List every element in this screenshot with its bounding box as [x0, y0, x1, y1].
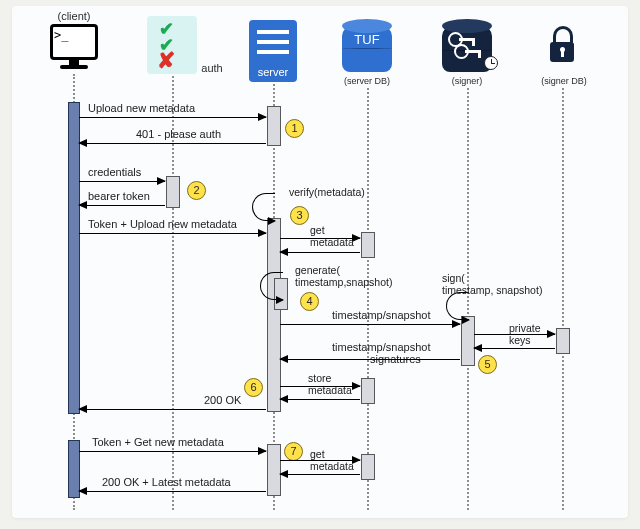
msg-200-1: 200 OK [204, 394, 241, 406]
act-tuf-2 [361, 378, 375, 404]
tuf-sublabel: (server DB) [344, 76, 390, 86]
loop-sign [446, 292, 469, 320]
arrow-bearer [79, 205, 165, 206]
msg-200-latest: 200 OK + Latest metadata [102, 476, 231, 488]
msg-verify: verify(metadata) [289, 186, 365, 198]
arrow-upload [79, 117, 266, 118]
msg-sign-1: sign( [442, 272, 465, 284]
msg-ts-snap: timestamp/snapshot [332, 309, 430, 321]
arrow-privkeys-ret [474, 348, 555, 349]
msg-getmeta-1: get [310, 224, 325, 236]
signer-label: (signer) [452, 76, 483, 86]
msg-generate-1: generate( [295, 264, 340, 276]
client-label: (client) [57, 10, 90, 22]
step-5: 5 [478, 355, 497, 374]
signer-db-label: (signer DB) [541, 76, 587, 86]
msg-token-get: Token + Get new metadata [92, 436, 224, 448]
msg-get2-1: get [310, 448, 325, 460]
msg-getmeta-2: metadata [310, 236, 354, 248]
step-4: 4 [300, 292, 319, 311]
arrow-store-ret [280, 399, 360, 400]
step-6: 6 [244, 378, 263, 397]
msg-upload: Upload new metadata [88, 102, 195, 114]
step-2: 2 [187, 181, 206, 200]
arrow-token-upload [79, 233, 266, 234]
act-tuf-3 [361, 454, 375, 480]
msg-store-1: store [308, 372, 331, 384]
arrow-getmeta2-ret [280, 474, 360, 475]
loop-verify [252, 193, 275, 221]
auth-icon: ✔ ✔ ✘ [147, 16, 197, 74]
step-3: 3 [290, 206, 309, 225]
arrow-401 [79, 143, 266, 144]
act-client-1 [68, 102, 80, 414]
arrow-store [280, 386, 360, 387]
client-icon: >_ [50, 24, 98, 70]
act-server-1 [267, 106, 281, 146]
arrow-getmeta-ret [280, 252, 360, 253]
msg-get2-2: metadata [310, 460, 354, 472]
server-icon [249, 20, 297, 68]
arrow-200-1 [79, 409, 266, 410]
auth-label: auth [201, 62, 222, 74]
lifeline-tuf [367, 88, 369, 510]
clock-icon [484, 56, 498, 70]
tuf-db-icon: TUF [342, 26, 392, 72]
step-1: 1 [285, 119, 304, 138]
msg-priv-2: keys [509, 334, 531, 346]
msg-token-upload: Token + Upload new metadata [88, 218, 237, 230]
arrow-creds [79, 181, 165, 182]
server-label-2: server [258, 66, 289, 78]
msg-bearer: bearer token [88, 190, 150, 202]
msg-generate-2: timestamp,snapshot) [295, 276, 392, 288]
arrow-token-get [79, 451, 266, 452]
signer-db-icon [550, 26, 580, 66]
arrow-ts-snap [280, 324, 460, 325]
msg-ts-sig-1: timestamp/snapshot [332, 341, 430, 353]
act-tuf-1 [361, 232, 375, 258]
msg-creds: credentials [88, 166, 141, 178]
msg-sign-2: timestamp, snapshot) [442, 284, 542, 296]
msg-401: 401 - please auth [136, 128, 221, 140]
act-auth [166, 176, 180, 208]
loop-generate [260, 272, 283, 300]
msg-priv-1: private [509, 322, 541, 334]
step-7: 7 [284, 442, 303, 461]
act-signerdb [556, 328, 570, 354]
arrow-200-latest [79, 491, 266, 492]
lifeline-signer-db [562, 88, 564, 510]
arrow-ts-sig [280, 359, 460, 360]
